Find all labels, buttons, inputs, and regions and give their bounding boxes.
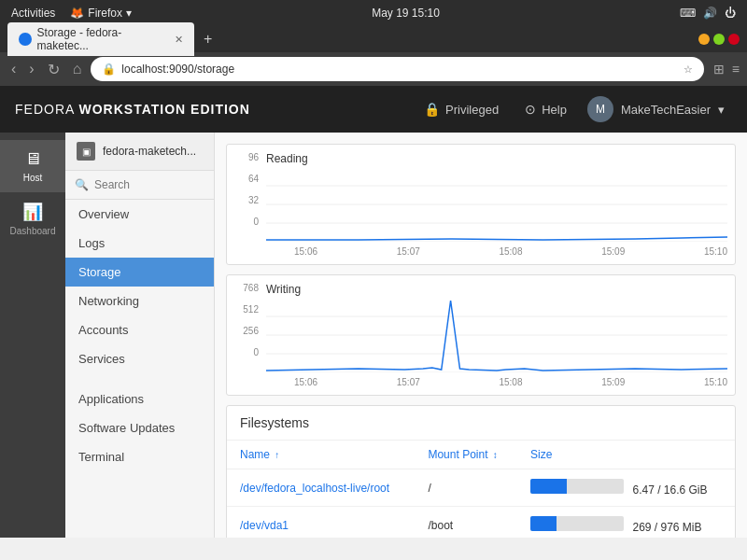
clock: May 19 15:10 xyxy=(372,7,440,20)
nav-storage[interactable]: Storage xyxy=(65,258,214,287)
fs-name-link[interactable]: /dev/fedora_localhost-live/root xyxy=(240,482,389,495)
tab-favicon xyxy=(19,33,32,46)
privileged-button[interactable]: 🔒 Privileged xyxy=(411,102,512,117)
title-bar: Storage - fedora-maketec... ✕ + xyxy=(0,26,747,52)
reading-chart-title: Reading xyxy=(266,152,727,165)
home-button[interactable]: ⌂ xyxy=(69,59,86,79)
filesystems-table: Name ↑ Mount Point ↕ Size xyxy=(227,441,735,538)
nav-logs[interactable]: Logs xyxy=(65,229,214,258)
keyboard-icon: ⌨ xyxy=(680,7,696,20)
progress-fill xyxy=(530,516,557,531)
logo-bold: WORKSTATION EDITION xyxy=(78,102,249,117)
reading-x-axis: 15:06 15:07 15:08 15:09 15:10 xyxy=(266,246,727,257)
maximize-button[interactable] xyxy=(713,34,725,45)
activities-button[interactable]: Activities xyxy=(11,7,55,20)
toolbar-icons: ⊞ ≡ xyxy=(713,62,740,77)
reload-button[interactable]: ↻ xyxy=(44,59,63,80)
tab-close-button[interactable]: ✕ xyxy=(175,34,183,46)
writing-chart-area: Writing 15:06 15:07 xyxy=(266,283,727,387)
lock-icon: 🔒 xyxy=(424,102,440,117)
sidebar-item-label: Host xyxy=(23,173,43,183)
user-menu-arrow: ▾ xyxy=(718,103,725,117)
user-name: MakeTechEasier xyxy=(621,103,711,117)
nav-overview[interactable]: Overview xyxy=(65,200,214,229)
browser-chrome: Storage - fedora-maketec... ✕ + ‹ › ↻ ⌂ … xyxy=(0,26,747,86)
writing-chart-section: 768 512 256 0 Writing xyxy=(226,274,736,396)
user-menu[interactable]: M MakeTechEasier ▾ xyxy=(580,96,732,122)
logo-light: FEDORA xyxy=(15,102,78,117)
nav-section-2: Applications Software Updates Terminal xyxy=(65,385,214,471)
progress-fill xyxy=(530,479,567,494)
address-text: localhost:9090/storage xyxy=(121,63,678,76)
nav-networking[interactable]: Networking xyxy=(65,287,214,315)
sidebar: 🖥 Host 📊 Dashboard xyxy=(0,133,65,538)
nav-software-updates[interactable]: Software Updates xyxy=(65,413,214,442)
app-navbar: FEDORA WORKSTATION EDITION 🔒 Privileged … xyxy=(0,86,747,133)
table-row: /dev/fedora_localhost-live/root / 6.47 /… xyxy=(227,469,735,507)
nav-terminal[interactable]: Terminal xyxy=(65,442,214,471)
menu-icon[interactable]: ≡ xyxy=(732,62,740,77)
search-icon: 🔍 xyxy=(75,178,89,191)
host-icon: ▣ xyxy=(77,142,95,161)
privileged-label: Privileged xyxy=(445,103,499,117)
firefox-menu[interactable]: 🦊 Firefox ▾ xyxy=(70,7,132,20)
sidebar-item-host[interactable]: 🖥 Host xyxy=(0,140,65,192)
reading-chart-area: Reading 15:06 15:07 xyxy=(266,152,727,257)
writing-chart-wrapper: 768 512 256 0 Writing xyxy=(234,283,727,387)
writing-chart-title: Writing xyxy=(266,283,727,296)
forward-button[interactable]: › xyxy=(25,59,37,79)
back-button[interactable]: ‹ xyxy=(7,59,20,79)
system-tray: ⌨ 🔊 ⏻ xyxy=(680,7,736,20)
content-area: 96 64 32 0 Reading xyxy=(215,133,747,538)
fs-size: 269 / 976 MiB xyxy=(517,507,735,539)
fs-mount: / xyxy=(415,469,517,507)
writing-x-axis: 15:06 15:07 15:08 15:09 15:10 xyxy=(266,377,727,387)
bookmark-icon[interactable]: ☆ xyxy=(684,63,693,76)
search-input[interactable] xyxy=(94,178,204,191)
avatar: M xyxy=(587,96,613,122)
filesystems-section: Filesystems Name ↑ Mount Point ↕ xyxy=(226,405,736,538)
nav-services[interactable]: Services xyxy=(65,344,214,373)
nav-bar: ‹ › ↻ ⌂ 🔒 localhost:9090/storage ☆ ⊞ ≡ xyxy=(0,52,747,86)
size-text: 6.47 / 16.6 GiB xyxy=(632,483,707,497)
sort-icon: ↕ xyxy=(493,450,498,460)
firefox-icon: 🦊 xyxy=(70,7,84,20)
window-controls xyxy=(698,34,740,45)
dashboard-icon: 📊 xyxy=(22,202,43,222)
fs-mount: /boot xyxy=(415,507,517,539)
power-icon[interactable]: ⏻ xyxy=(725,7,736,20)
fs-size: 6.47 / 16.6 GiB xyxy=(517,469,735,507)
sidebar-item-dashboard[interactable]: 📊 Dashboard xyxy=(0,192,65,245)
search-box: 🔍 xyxy=(65,171,214,200)
minimize-button[interactable] xyxy=(698,34,710,45)
writing-y-axis: 768 512 256 0 xyxy=(234,283,262,357)
col-size[interactable]: Size xyxy=(517,441,735,469)
fs-name-link[interactable]: /dev/vda1 xyxy=(240,519,289,532)
host-name: fedora-maketech... xyxy=(103,145,196,158)
app-logo: FEDORA WORKSTATION EDITION xyxy=(15,102,250,117)
sidebar-item-label: Dashboard xyxy=(10,226,56,236)
extensions-icon[interactable]: ⊞ xyxy=(713,62,725,77)
address-bar[interactable]: 🔒 localhost:9090/storage ☆ xyxy=(91,57,704,81)
progress-bar xyxy=(530,516,624,531)
close-button[interactable] xyxy=(728,34,740,45)
help-button[interactable]: ⊙ Help xyxy=(512,102,580,117)
reading-chart-wrapper: 96 64 32 0 Reading xyxy=(234,152,727,257)
browser-tab[interactable]: Storage - fedora-maketec... ✕ xyxy=(7,22,194,56)
new-tab-button[interactable]: + xyxy=(200,31,216,48)
filesystems-title: Filesystems xyxy=(227,406,735,441)
tab-title: Storage - fedora-maketec... xyxy=(37,26,169,52)
left-nav: ▣ fedora-maketech... 🔍 Overview Logs Sto… xyxy=(65,133,215,538)
nav-accounts[interactable]: Accounts xyxy=(65,315,214,344)
col-mount[interactable]: Mount Point ↕ xyxy=(415,441,517,469)
main-layout: 🖥 Host 📊 Dashboard ▣ fedora-maketech... … xyxy=(0,133,747,538)
reading-chart-section: 96 64 32 0 Reading xyxy=(226,144,736,265)
col-name[interactable]: Name ↑ xyxy=(227,441,415,469)
volume-icon: 🔊 xyxy=(703,7,717,20)
writing-chart-svg xyxy=(266,298,727,372)
nav-applications[interactable]: Applications xyxy=(65,385,214,413)
size-text: 269 / 976 MiB xyxy=(632,521,701,534)
progress-bar xyxy=(530,479,624,494)
host-icon: 🖥 xyxy=(24,149,41,169)
reading-chart-svg xyxy=(266,167,727,242)
